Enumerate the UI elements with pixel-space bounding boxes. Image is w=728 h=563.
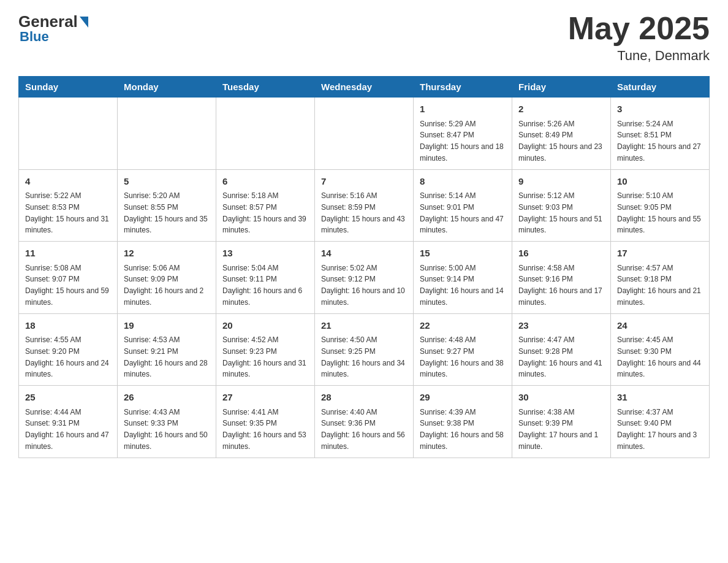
calendar-cell-w1-d4 — [315, 98, 414, 170]
day-info: Sunrise: 4:39 AMSunset: 9:38 PMDaylight:… — [420, 408, 504, 451]
calendar-cell-w4-d7: 24Sunrise: 4:45 AMSunset: 9:30 PMDayligh… — [611, 313, 710, 386]
calendar-cell-w3-d2: 12Sunrise: 5:06 AMSunset: 9:09 PMDayligh… — [118, 242, 216, 314]
location-subtitle: Tune, Denmark — [568, 48, 710, 64]
day-info: Sunrise: 4:41 AMSunset: 9:35 PMDaylight:… — [222, 408, 306, 451]
day-info: Sunrise: 5:26 AMSunset: 8:49 PMDaylight:… — [518, 120, 602, 163]
day-number: 31 — [617, 391, 703, 405]
calendar-cell-w2-d7: 10Sunrise: 5:10 AMSunset: 9:05 PMDayligh… — [611, 169, 710, 242]
day-info: Sunrise: 4:50 AMSunset: 9:25 PMDaylight:… — [321, 335, 405, 378]
calendar-cell-w3-d5: 15Sunrise: 5:00 AMSunset: 9:14 PMDayligh… — [414, 242, 512, 314]
day-number: 1 — [420, 102, 506, 117]
day-info: Sunrise: 4:38 AMSunset: 9:39 PMDaylight:… — [518, 408, 598, 451]
logo-triangle-icon — [80, 17, 88, 28]
title-block: May 2025 Tune, Denmark — [568, 12, 710, 64]
calendar-cell-w5-d3: 27Sunrise: 4:41 AMSunset: 9:35 PMDayligh… — [216, 386, 315, 458]
day-info: Sunrise: 4:47 AMSunset: 9:28 PMDaylight:… — [518, 335, 602, 378]
day-info: Sunrise: 4:53 AMSunset: 9:21 PMDaylight:… — [124, 335, 208, 378]
calendar-week-3: 11Sunrise: 5:08 AMSunset: 9:07 PMDayligh… — [19, 242, 710, 314]
calendar-week-4: 18Sunrise: 4:55 AMSunset: 9:20 PMDayligh… — [19, 313, 710, 386]
day-number: 30 — [518, 391, 604, 405]
calendar-cell-w2-d4: 7Sunrise: 5:16 AMSunset: 8:59 PMDaylight… — [315, 169, 414, 242]
day-info: Sunrise: 5:02 AMSunset: 9:12 PMDaylight:… — [321, 264, 405, 307]
header-friday: Friday — [512, 77, 611, 98]
header-monday: Monday — [118, 77, 216, 98]
calendar-cell-w5-d5: 29Sunrise: 4:39 AMSunset: 9:38 PMDayligh… — [414, 386, 512, 458]
header-saturday: Saturday — [611, 77, 710, 98]
day-info: Sunrise: 5:06 AMSunset: 9:09 PMDaylight:… — [124, 264, 203, 307]
calendar-cell-w4-d5: 22Sunrise: 4:48 AMSunset: 9:27 PMDayligh… — [414, 313, 512, 386]
day-number: 9 — [518, 175, 604, 189]
day-info: Sunrise: 5:16 AMSunset: 8:59 PMDaylight:… — [321, 191, 405, 234]
day-number: 25 — [25, 391, 111, 405]
day-info: Sunrise: 4:52 AMSunset: 9:23 PMDaylight:… — [222, 335, 306, 378]
day-number: 26 — [124, 391, 210, 405]
day-info: Sunrise: 4:43 AMSunset: 9:33 PMDaylight:… — [124, 408, 208, 451]
day-number: 22 — [420, 319, 506, 333]
day-number: 12 — [124, 247, 210, 261]
day-info: Sunrise: 5:29 AMSunset: 8:47 PMDaylight:… — [420, 120, 504, 163]
calendar-week-2: 4Sunrise: 5:22 AMSunset: 8:53 PMDaylight… — [19, 169, 710, 242]
day-info: Sunrise: 4:57 AMSunset: 9:18 PMDaylight:… — [617, 264, 701, 307]
calendar-body: 1Sunrise: 5:29 AMSunset: 8:47 PMDaylight… — [19, 98, 710, 458]
calendar-cell-w5-d1: 25Sunrise: 4:44 AMSunset: 9:31 PMDayligh… — [19, 386, 118, 458]
calendar-cell-w3-d1: 11Sunrise: 5:08 AMSunset: 9:07 PMDayligh… — [19, 242, 118, 314]
day-number: 24 — [617, 319, 703, 333]
day-info: Sunrise: 5:24 AMSunset: 8:51 PMDaylight:… — [617, 120, 701, 163]
day-number: 14 — [321, 247, 407, 261]
month-year-title: May 2025 — [568, 12, 710, 44]
calendar-cell-w2-d3: 6Sunrise: 5:18 AMSunset: 8:57 PMDaylight… — [216, 169, 315, 242]
day-info: Sunrise: 5:10 AMSunset: 9:05 PMDaylight:… — [617, 191, 701, 234]
day-number: 28 — [321, 391, 407, 405]
day-number: 3 — [617, 102, 703, 117]
day-info: Sunrise: 5:22 AMSunset: 8:53 PMDaylight:… — [25, 191, 109, 234]
header-wednesday: Wednesday — [315, 77, 414, 98]
day-number: 13 — [222, 247, 308, 261]
day-number: 27 — [222, 391, 308, 405]
day-info: Sunrise: 5:00 AMSunset: 9:14 PMDaylight:… — [420, 264, 504, 307]
day-info: Sunrise: 5:14 AMSunset: 9:01 PMDaylight:… — [420, 191, 504, 234]
day-number: 15 — [420, 247, 506, 261]
day-info: Sunrise: 5:18 AMSunset: 8:57 PMDaylight:… — [222, 191, 306, 234]
calendar-week-5: 25Sunrise: 4:44 AMSunset: 9:31 PMDayligh… — [19, 386, 710, 458]
day-number: 18 — [25, 319, 111, 333]
header-thursday: Thursday — [414, 77, 512, 98]
calendar-cell-w2-d6: 9Sunrise: 5:12 AMSunset: 9:03 PMDaylight… — [512, 169, 611, 242]
day-number: 29 — [420, 391, 506, 405]
header-sunday: Sunday — [19, 77, 118, 98]
calendar-cell-w3-d3: 13Sunrise: 5:04 AMSunset: 9:11 PMDayligh… — [216, 242, 315, 314]
day-info: Sunrise: 5:12 AMSunset: 9:03 PMDaylight:… — [518, 191, 602, 234]
day-number: 4 — [25, 175, 111, 189]
day-number: 23 — [518, 319, 604, 333]
day-number: 19 — [124, 319, 210, 333]
day-info: Sunrise: 5:20 AMSunset: 8:55 PMDaylight:… — [124, 191, 208, 234]
day-number: 20 — [222, 319, 308, 333]
calendar-table: Sunday Monday Tuesday Wednesday Thursday… — [18, 76, 710, 458]
calendar-cell-w4-d4: 21Sunrise: 4:50 AMSunset: 9:25 PMDayligh… — [315, 313, 414, 386]
day-number: 11 — [25, 247, 111, 261]
day-number: 2 — [518, 102, 604, 117]
calendar-cell-w4-d3: 20Sunrise: 4:52 AMSunset: 9:23 PMDayligh… — [216, 313, 315, 386]
calendar-cell-w2-d2: 5Sunrise: 5:20 AMSunset: 8:55 PMDaylight… — [118, 169, 216, 242]
day-info: Sunrise: 4:45 AMSunset: 9:30 PMDaylight:… — [617, 335, 701, 378]
page-header: General Blue May 2025 Tune, Denmark — [18, 12, 710, 64]
calendar-cell-w4-d1: 18Sunrise: 4:55 AMSunset: 9:20 PMDayligh… — [19, 313, 118, 386]
day-number: 16 — [518, 247, 604, 261]
day-info: Sunrise: 4:37 AMSunset: 9:40 PMDaylight:… — [617, 408, 697, 451]
day-number: 6 — [222, 175, 308, 189]
day-info: Sunrise: 4:44 AMSunset: 9:31 PMDaylight:… — [25, 408, 109, 451]
day-number: 21 — [321, 319, 407, 333]
calendar-header-row: Sunday Monday Tuesday Wednesday Thursday… — [19, 77, 710, 98]
calendar-cell-w1-d5: 1Sunrise: 5:29 AMSunset: 8:47 PMDaylight… — [414, 98, 512, 170]
day-number: 17 — [617, 247, 703, 261]
logo: General Blue — [18, 12, 90, 45]
day-info: Sunrise: 5:08 AMSunset: 9:07 PMDaylight:… — [25, 264, 109, 307]
calendar-cell-w1-d1 — [19, 98, 118, 170]
calendar-cell-w3-d6: 16Sunrise: 4:58 AMSunset: 9:16 PMDayligh… — [512, 242, 611, 314]
day-number: 7 — [321, 175, 407, 189]
calendar-cell-w5-d7: 31Sunrise: 4:37 AMSunset: 9:40 PMDayligh… — [611, 386, 710, 458]
header-tuesday: Tuesday — [216, 77, 315, 98]
calendar-cell-w4-d2: 19Sunrise: 4:53 AMSunset: 9:21 PMDayligh… — [118, 313, 216, 386]
calendar-cell-w3-d7: 17Sunrise: 4:57 AMSunset: 9:18 PMDayligh… — [611, 242, 710, 314]
day-number: 8 — [420, 175, 506, 189]
calendar-cell-w1-d7: 3Sunrise: 5:24 AMSunset: 8:51 PMDaylight… — [611, 98, 710, 170]
